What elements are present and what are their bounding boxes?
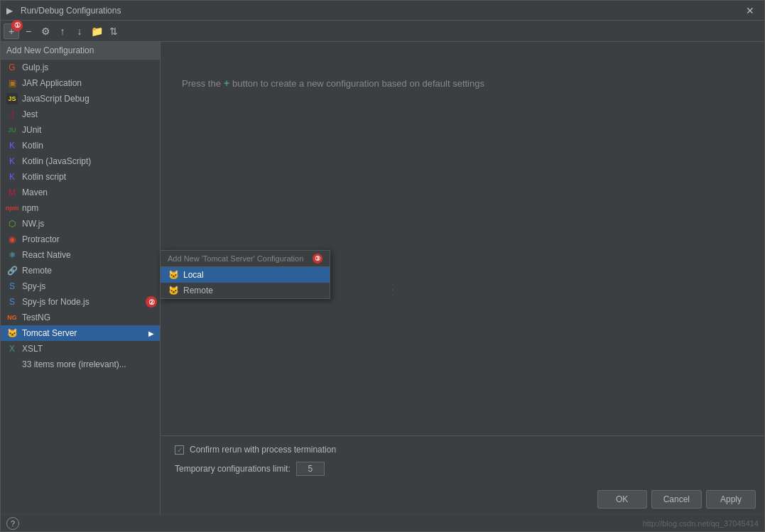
sidebar-item-nwjs[interactable]: ⬡ NW.js [1, 216, 160, 232]
hint-text-before: Press the [182, 78, 221, 89]
jest-icon: J [6, 109, 18, 120]
remove-button[interactable]: − [21, 23, 36, 39]
sidebar-item-jest[interactable]: J Jest [1, 107, 160, 122]
sidebar-item-kotlin-script[interactable]: K Kotlin script [1, 169, 160, 185]
sidebar-item-spy-js-node[interactable]: S Spy-js for Node.js ② [1, 294, 160, 310]
sidebar-item-xslt[interactable]: X XSLT [1, 341, 160, 357]
sidebar-item-spy-js[interactable]: S Spy-js [1, 278, 160, 294]
sidebar-item-jar[interactable]: ▣ JAR Application [1, 75, 160, 91]
npm-icon: npm [6, 202, 18, 214]
local-tomcat-icon: 🐱 [168, 269, 179, 281]
hint-plus: + [224, 77, 229, 89]
bottom-bar: Confirm rerun with process termination T… [161, 435, 764, 484]
submenu-item-local[interactable]: 🐱 Local [161, 267, 330, 283]
kotlin-icon: K [6, 140, 18, 151]
spy-node-icon: S [6, 296, 18, 308]
main-content: Add New Configuration G Gulp.js ▣ JAR Ap… [1, 42, 764, 514]
sidebar-item-gulp[interactable]: G Gulp.js [1, 60, 160, 75]
run-debug-dialog: ▶ Run/Debug Configurations ✕ + ① − ⚙ ↑ ↓… [0, 0, 765, 532]
kotlin-script-icon: K [6, 171, 18, 183]
help-button[interactable]: ? [6, 517, 19, 530]
junit-icon: JU [6, 124, 18, 136]
hint-area: Press the + button to create a new confi… [182, 77, 484, 89]
left-panel: Add New Configuration G Gulp.js ▣ JAR Ap… [1, 42, 161, 514]
title-bar: ▶ Run/Debug Configurations ✕ [1, 1, 764, 21]
react-icon: ⚛ [6, 249, 18, 261]
submenu-item-remote[interactable]: 🐱 Remote [161, 283, 330, 298]
step-badge-3: ③ [313, 254, 322, 264]
more-icon [6, 359, 18, 370]
temp-limit-input[interactable] [296, 462, 325, 476]
sidebar-item-more[interactable]: 33 items more (irrelevant)... [1, 357, 160, 372]
cancel-button[interactable]: Cancel [651, 490, 702, 509]
title-icon: ▶ [6, 6, 16, 16]
sidebar-item-remote[interactable]: 🔗 Remote [1, 263, 160, 278]
sidebar-item-tomcat[interactable]: 🐱 Tomcat Server ▶ [1, 325, 160, 341]
hint-text-after: button to create a new configuration bas… [232, 78, 484, 89]
confirm-rerun-label: Confirm rerun with process termination [190, 445, 336, 455]
spy-icon: S [6, 281, 18, 292]
sidebar-item-kotlin[interactable]: K Kotlin [1, 138, 160, 153]
temp-limit-row: Temporary configurations limit: [175, 462, 750, 476]
button-row: OK Cancel Apply [161, 484, 764, 514]
js-icon: JS [6, 93, 18, 104]
confirm-rerun-checkbox[interactable] [175, 445, 184, 455]
step-badge-2: ② [146, 296, 157, 308]
toolbar: + ① − ⚙ ↑ ↓ 📁 ⇅ [1, 21, 764, 42]
submenu-header: Add New 'Tomcat Server' Configuration ③ [161, 251, 330, 267]
sidebar-item-reactnative[interactable]: ⚛ React Native [1, 247, 160, 263]
apply-button[interactable]: Apply [706, 490, 756, 509]
maven-icon: M [6, 187, 18, 198]
folder-button[interactable]: 📁 [89, 23, 104, 39]
jar-icon: ▣ [6, 77, 18, 89]
sidebar-item-protractor[interactable]: ◉ Protractor [1, 232, 160, 247]
temp-limit-label: Temporary configurations limit: [175, 464, 291, 474]
tomcat-icon: 🐱 [6, 327, 18, 339]
panel-header: Add New Configuration [1, 42, 160, 60]
sidebar-item-kotlin-js[interactable]: K Kotlin (JavaScript) [1, 153, 160, 169]
watermark-text: http://blog.csdn.net/qq_37045414 [643, 519, 759, 528]
kotlin-js-icon: K [6, 156, 18, 167]
gulp-icon: G [6, 62, 18, 73]
sidebar-item-npm[interactable]: npm npm [1, 200, 160, 216]
nwjs-icon: ⬡ [6, 218, 18, 229]
sidebar-item-testng[interactable]: NG TestNG [1, 310, 160, 325]
move-up-button[interactable]: ↑ [55, 23, 70, 39]
confirm-row: Confirm rerun with process termination [175, 445, 750, 455]
sort-button[interactable]: ⇅ [106, 23, 121, 39]
move-down-button[interactable]: ↓ [72, 23, 87, 39]
sidebar-item-jsdebug[interactable]: JS JavaScript Debug [1, 91, 160, 107]
remote-icon: 🔗 [6, 265, 18, 276]
add-configuration-button[interactable]: + ① [4, 23, 19, 39]
status-bar: ? http://blog.csdn.net/qq_37045414 [1, 514, 764, 531]
close-button[interactable]: ✕ [742, 4, 759, 18]
testng-icon: NG [6, 312, 18, 323]
ok-button[interactable]: OK [597, 490, 647, 509]
remote-tomcat-icon: 🐱 [168, 285, 179, 296]
dialog-title: Run/Debug Configurations [21, 6, 742, 16]
xslt-icon: X [6, 343, 18, 354]
divider-dots: ··· [388, 283, 398, 299]
protractor-icon: ◉ [6, 234, 18, 245]
sidebar-item-junit[interactable]: JU JUnit [1, 122, 160, 138]
tomcat-submenu: Add New 'Tomcat Server' Configuration ③ … [160, 250, 330, 299]
copy-button[interactable]: ⚙ [38, 23, 53, 39]
sidebar-item-maven[interactable]: M Maven [1, 185, 160, 200]
main-area: Press the + button to create a new confi… [161, 42, 764, 435]
submenu-arrow-icon: ▶ [148, 330, 154, 337]
